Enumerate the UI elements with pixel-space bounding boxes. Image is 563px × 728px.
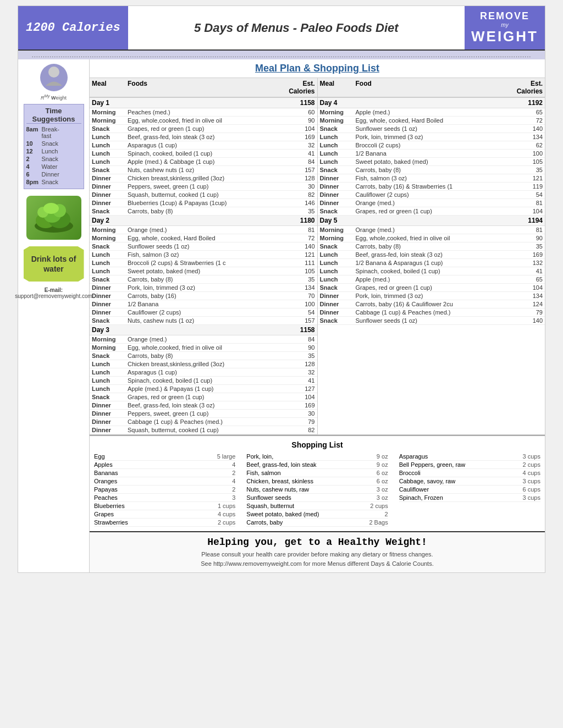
row-cal: 90 xyxy=(512,235,543,241)
row-food: Egg, whole,cooked, fried in olive oil xyxy=(356,235,513,241)
meal-row: MorningOrange (med.)81 xyxy=(90,226,317,234)
row-meal-type: Dinner xyxy=(92,183,128,190)
shopping-row: Egg5 large xyxy=(94,453,235,461)
row-food: Orange (med.) xyxy=(128,227,285,233)
meal-row: DinnerBlueberries (1cup) & Papayas (1cup… xyxy=(90,199,317,207)
meal-columns-header: Meal Foods Est. Calories Meal Food Est. … xyxy=(90,78,545,98)
row-food: Broccoli (2 cups) & Strawberries (1 c xyxy=(128,260,285,266)
day-total: 1194 xyxy=(504,217,543,224)
shop-qty: 9 oz xyxy=(377,461,388,468)
row-meal-type: Snack xyxy=(92,317,128,324)
row-food: Carrots, baby (8) xyxy=(356,243,513,250)
row-food: Carrots, baby (8) xyxy=(128,208,285,214)
row-meal-type: Lunch xyxy=(92,251,128,258)
row-meal-type: Dinner xyxy=(92,410,128,417)
shop-qty: 2 Bags xyxy=(369,519,388,526)
row-food: Pork, loin, trimmed (3 oz) xyxy=(128,284,285,291)
day-header: Day 31158 xyxy=(90,325,317,335)
col-header-right: Meal Food Est. Calories xyxy=(318,78,545,97)
shopping-column: Pork, loin,9 ozBeef, grass-fed, loin ste… xyxy=(246,453,388,527)
my-label: my xyxy=(501,22,508,28)
row-meal-type: Morning xyxy=(92,344,128,351)
row-cal: 128 xyxy=(285,361,315,367)
row-meal-type: Lunch xyxy=(92,377,128,384)
shop-item: Beef, grass-fed, loin steak xyxy=(246,461,372,468)
day-label: Day 5 xyxy=(320,217,505,224)
weight-label: WEIGHT xyxy=(471,28,538,45)
meal-row: LunchBroccoli (2 cups) & Strawberries (1… xyxy=(90,259,317,267)
row-meal-type: Snack xyxy=(320,167,356,173)
row-food: Apple (med.) xyxy=(356,109,513,115)
day-total: 1180 xyxy=(277,217,315,224)
footer: Helping you, get to a Healthy Weight! Pl… xyxy=(90,531,545,572)
time-row-2: 10 Snack xyxy=(26,140,81,147)
row-meal-type: Lunch xyxy=(92,361,128,367)
meal-row: MorningEgg, whole,cooked, fried in olive… xyxy=(90,117,317,125)
row-meal-type: Snack xyxy=(320,317,356,324)
main-title: 5 Days of Menus - Paleo Foods Diet xyxy=(194,21,399,35)
drink-text: Drink lots of water xyxy=(28,254,80,274)
meal-row: DinnerCabbage (1 cup) & Peaches (med.)79 xyxy=(318,308,545,317)
shopping-title: Shopping List xyxy=(94,440,540,449)
meal-row: LunchApple (med.) & Papayas (1 cup)127 xyxy=(90,385,317,393)
shopping-row: Sweet potato, baked (med)2 xyxy=(246,510,388,519)
row-food: Apple (med.) & Papayas (1 cup) xyxy=(128,385,285,392)
row-meal-type: Lunch xyxy=(320,260,356,266)
shopping-row: Bananas2 xyxy=(94,469,235,477)
time-row-6: 6 Dinner xyxy=(26,171,81,178)
row-food: Grapes, red or green (1 cup) xyxy=(128,394,285,400)
shopping-row: Strawberries2 cups xyxy=(94,519,235,527)
shop-item: Carrots, baby xyxy=(246,519,365,526)
header-right: REMOVE my WEIGHT xyxy=(465,6,545,49)
row-food: Cauliflower (2 cups) xyxy=(128,309,285,316)
meal-row: DinnerPork, loin, trimmed (3 oz)134 xyxy=(90,284,317,292)
meal-row: DinnerCarrots, baby (16) & Cauliflower 2… xyxy=(318,300,545,308)
shop-item: Strawberries xyxy=(94,519,213,526)
row-food: Carrots, baby (16) & Cauliflower 2cu xyxy=(356,301,513,307)
row-food: Spinach, cooked, boiled (1 cup) xyxy=(356,268,513,274)
row-food: Blueberries (1cup) & Papayas (1cup) xyxy=(128,200,285,206)
row-food: Sweet potato, baked (med) xyxy=(356,158,513,165)
row-meal-type: Morning xyxy=(320,109,356,115)
row-cal: 84 xyxy=(285,158,315,165)
shopping-row: Cabbage, savoy, raw3 cups xyxy=(399,477,540,486)
meal-row: SnackGrapes, red or green (1 cup)104 xyxy=(318,207,545,216)
meal-row: MorningOrange (med.)84 xyxy=(90,335,317,344)
svg-point-7 xyxy=(43,203,59,214)
shopping-section: Shopping ListEgg5 largeApples4Bananas2Or… xyxy=(90,435,545,531)
row-cal: 35 xyxy=(512,167,543,173)
row-meal-type: Lunch xyxy=(92,142,128,148)
row-food: 1/2 Banana & Asparagus (1 cup) xyxy=(356,260,513,266)
row-meal-type: Snack xyxy=(92,208,128,214)
shop-item: Peaches xyxy=(94,494,228,501)
col-meal-label: Meal xyxy=(92,80,128,95)
shopping-row: Sunflower seeds3 oz xyxy=(246,494,388,502)
row-cal: 140 xyxy=(285,243,315,250)
row-food: Beef, grass-fed, loin steak (3 oz) xyxy=(356,251,513,258)
row-cal: 134 xyxy=(512,293,543,299)
meal-row: SnackGrapes, red or green (1 cup)104 xyxy=(90,393,317,401)
shop-item: Apples xyxy=(94,461,228,468)
shopping-row: Asparagus3 cups xyxy=(399,453,540,461)
time-row-7: 8pm Snack xyxy=(26,179,81,185)
day-total: 1158 xyxy=(277,326,315,334)
shop-item: Bananas xyxy=(94,470,228,476)
row-meal-type: Morning xyxy=(92,235,128,241)
row-food: 1/2 Banana xyxy=(128,301,285,307)
meal-row: MorningApple (med.)65 xyxy=(318,108,545,117)
shopping-row: Chicken, breast, skinless6 oz xyxy=(246,477,388,486)
shopping-grid: Egg5 largeApples4Bananas2Oranges4Papayas… xyxy=(94,453,540,527)
row-food: Asparagus (1 cup) xyxy=(128,142,285,148)
meal-row: SnackSunflower seeds (1 oz)140 xyxy=(318,317,545,325)
left-meal-column: Day 11158MorningPeaches (med.)60MorningE… xyxy=(90,98,318,434)
row-food: Carrots, baby (16) & Strawberries (1 xyxy=(356,183,513,190)
shopping-row: Broccoli4 cups xyxy=(399,469,540,477)
row-food: Beef, grass-fed, loin steak (3 oz) xyxy=(128,402,285,409)
row-cal: 127 xyxy=(285,385,315,392)
row-food: Carrots, baby (8) xyxy=(356,167,513,173)
row-food: Orange (med.) xyxy=(128,336,285,343)
shop-qty: 9 oz xyxy=(377,453,388,460)
meal-plan-title: Meal Plan & Shopping List xyxy=(90,59,545,78)
row-meal-type: Dinner xyxy=(92,402,128,409)
row-food: Fish, salmon (3 oz) xyxy=(356,175,513,181)
